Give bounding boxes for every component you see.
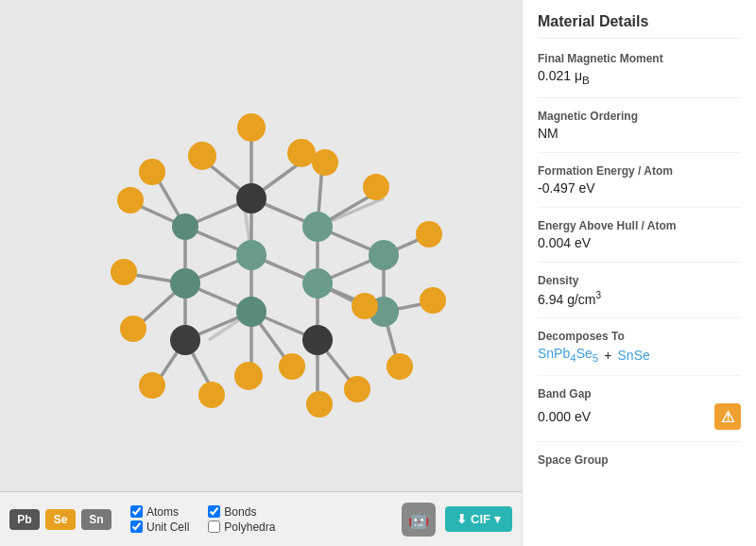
atoms-checkbox-row[interactable]: Atoms	[130, 505, 189, 519]
space-group-section: Space Group	[538, 453, 741, 481]
formation-energy-label: Formation Energy / Atom	[538, 164, 741, 178]
decompose-row: SnPb4Se5 + SnSe	[538, 346, 741, 364]
decomposes-to-section: Decomposes To SnPb4Se5 + SnSe	[538, 330, 741, 376]
legend-sn: Sn	[81, 509, 112, 530]
formation-energy-section: Formation Energy / Atom -0.497 eV	[538, 164, 741, 208]
energy-above-hull-value: 0.004 eV	[538, 235, 741, 250]
svg-point-44	[170, 268, 200, 299]
svg-point-62	[139, 372, 165, 399]
band-gap-row: 0.000 eV ⚠	[538, 403, 741, 430]
svg-point-75	[236, 183, 266, 213]
element-legend: Pb Se Sn	[9, 509, 112, 530]
unit-cell-checkbox-row[interactable]: Unit Cell	[130, 520, 189, 534]
svg-point-57	[363, 174, 389, 200]
svg-point-61	[120, 316, 146, 342]
magnetic-moment-value: 0.021 μB	[538, 68, 741, 86]
cif-button-icon: ⬇	[456, 512, 467, 526]
svg-point-54	[237, 113, 266, 142]
bonds-label: Bonds	[224, 505, 256, 519]
energy-above-hull-label: Energy Above Hull / Atom	[538, 219, 741, 232]
band-gap-warning-icon[interactable]: ⚠	[714, 403, 741, 430]
magnetic-ordering-label: Magnetic Ordering	[538, 110, 741, 123]
svg-point-46	[302, 212, 333, 242]
magnetic-moment-label: Final Magnetic Moment	[538, 52, 741, 65]
svg-point-73	[302, 325, 333, 355]
molecule-viewport[interactable]	[0, 0, 522, 491]
viewer-toolbar: Pb Se Sn Atoms Unit Cell Bonds	[0, 491, 522, 546]
svg-point-63	[198, 382, 225, 408]
decompose-link-1[interactable]: SnPb4Se5	[538, 346, 598, 364]
svg-point-71	[352, 293, 378, 319]
space-group-label: Space Group	[538, 453, 741, 467]
density-value: 6.94 g/cm3	[538, 290, 741, 307]
svg-point-60	[111, 259, 137, 285]
magnetic-ordering-section: Magnetic Ordering NM	[538, 110, 741, 153]
polyhedra-label: Polyhedra	[224, 520, 275, 534]
band-gap-label: Band Gap	[538, 387, 741, 401]
energy-above-hull-section: Energy Above Hull / Atom 0.004 eV	[538, 219, 741, 263]
robot-icon[interactable]: 🤖	[402, 503, 436, 537]
view-checkboxes-left: Atoms Unit Cell	[130, 505, 189, 534]
svg-point-47	[369, 240, 399, 270]
cif-dropdown-arrow: ▾	[494, 512, 501, 526]
svg-point-49	[172, 213, 198, 240]
density-section: Density 6.94 g/cm3	[538, 274, 741, 319]
band-gap-section: Band Gap 0.000 eV ⚠	[538, 387, 741, 442]
svg-point-67	[344, 376, 370, 402]
bonds-checkbox[interactable]	[208, 505, 220, 518]
decompose-plus: +	[604, 348, 611, 363]
legend-se: Se	[45, 509, 76, 530]
polyhedra-checkbox-row[interactable]: Polyhedra	[208, 520, 275, 534]
decomposes-to-label: Decomposes To	[538, 330, 741, 343]
cif-button-label: CIF	[471, 512, 490, 526]
molecule-viewer-panel: Pb Se Sn Atoms Unit Cell Bonds	[0, 0, 522, 546]
svg-point-65	[279, 353, 305, 380]
atoms-checkbox[interactable]	[130, 505, 143, 518]
svg-point-64	[234, 362, 263, 390]
svg-point-55	[188, 142, 216, 170]
legend-pb: Pb	[9, 509, 40, 530]
svg-point-66	[306, 391, 333, 418]
svg-point-68	[416, 221, 442, 247]
molecule-svg	[62, 38, 459, 453]
svg-point-45	[236, 297, 266, 327]
band-gap-value: 0.000 eV	[538, 409, 591, 424]
polyhedra-checkbox[interactable]	[208, 520, 220, 533]
svg-point-43	[302, 268, 333, 299]
cif-download-button[interactable]: ⬇ CIF ▾	[445, 506, 512, 532]
svg-point-42	[236, 240, 266, 270]
material-details-panel: Material Details Final Magnetic Moment 0…	[522, 0, 756, 546]
svg-point-59	[139, 159, 165, 185]
svg-point-56	[287, 139, 316, 167]
magnetic-ordering-value: NM	[538, 126, 741, 141]
svg-point-72	[312, 149, 338, 176]
decompose-link-2[interactable]: SnSe	[618, 348, 650, 363]
formation-energy-value: -0.497 eV	[538, 180, 741, 196]
atoms-label: Atoms	[146, 505, 179, 519]
svg-point-69	[420, 287, 446, 314]
view-checkboxes-right: Bonds Polyhedra	[208, 505, 275, 534]
bonds-checkbox-row[interactable]: Bonds	[208, 505, 275, 519]
magnetic-moment-section: Final Magnetic Moment 0.021 μB	[538, 52, 741, 98]
density-label: Density	[538, 274, 741, 287]
svg-point-74	[170, 325, 200, 355]
unit-cell-checkbox[interactable]	[130, 520, 143, 533]
details-title: Material Details	[538, 13, 741, 39]
unit-cell-label: Unit Cell	[146, 520, 189, 534]
svg-point-70	[387, 353, 413, 380]
svg-point-58	[117, 187, 144, 213]
